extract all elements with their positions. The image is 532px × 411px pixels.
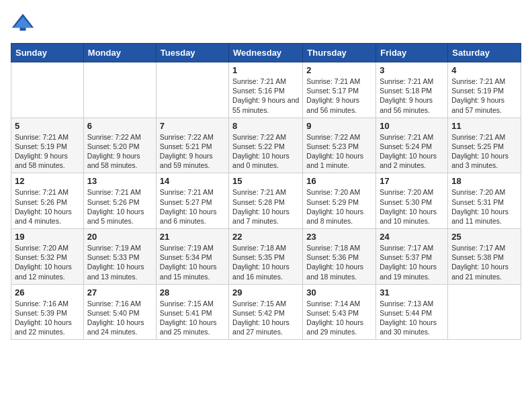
weekday-header: Saturday	[448, 44, 521, 62]
day-content: Sunrise: 7:20 AM Sunset: 5:30 PM Dayligh…	[380, 187, 444, 226]
day-number: 23	[306, 232, 372, 242]
day-number: 2	[306, 65, 372, 75]
calendar-cell: 17Sunrise: 7:20 AM Sunset: 5:30 PM Dayli…	[376, 173, 448, 229]
day-content: Sunrise: 7:22 AM Sunset: 5:21 PM Dayligh…	[160, 132, 225, 171]
day-number: 28	[160, 287, 225, 298]
calendar-cell: 1Sunrise: 7:21 AM Sunset: 5:16 PM Daylig…	[229, 62, 303, 118]
day-content: Sunrise: 7:13 AM Sunset: 5:44 PM Dayligh…	[380, 299, 444, 337]
day-number: 1	[232, 65, 299, 75]
day-number: 10	[380, 121, 444, 131]
day-number: 3	[380, 65, 444, 75]
day-content: Sunrise: 7:20 AM Sunset: 5:32 PM Dayligh…	[15, 243, 80, 281]
day-content: Sunrise: 7:17 AM Sunset: 5:38 PM Dayligh…	[451, 243, 517, 281]
day-content: Sunrise: 7:21 AM Sunset: 5:25 PM Dayligh…	[451, 132, 517, 171]
day-content: Sunrise: 7:15 AM Sunset: 5:41 PM Dayligh…	[160, 299, 225, 337]
day-content: Sunrise: 7:21 AM Sunset: 5:26 PM Dayligh…	[15, 187, 80, 226]
calendar-cell: 12Sunrise: 7:21 AM Sunset: 5:26 PM Dayli…	[11, 173, 84, 229]
day-number: 17	[380, 176, 444, 186]
day-content: Sunrise: 7:22 AM Sunset: 5:20 PM Dayligh…	[87, 132, 152, 171]
weekday-header: Friday	[376, 44, 448, 62]
day-content: Sunrise: 7:22 AM Sunset: 5:22 PM Dayligh…	[232, 132, 299, 171]
calendar-cell: 5Sunrise: 7:21 AM Sunset: 5:19 PM Daylig…	[11, 118, 84, 173]
day-content: Sunrise: 7:21 AM Sunset: 5:18 PM Dayligh…	[380, 77, 444, 115]
calendar-cell: 29Sunrise: 7:15 AM Sunset: 5:42 PM Dayli…	[229, 284, 303, 340]
day-number: 21	[160, 232, 225, 242]
calendar-cell: 4Sunrise: 7:21 AM Sunset: 5:19 PM Daylig…	[448, 62, 521, 118]
day-content: Sunrise: 7:21 AM Sunset: 5:17 PM Dayligh…	[306, 77, 372, 115]
calendar-cell: 28Sunrise: 7:15 AM Sunset: 5:41 PM Dayli…	[156, 284, 228, 340]
day-content: Sunrise: 7:14 AM Sunset: 5:43 PM Dayligh…	[306, 299, 372, 337]
weekday-header: Tuesday	[156, 44, 228, 62]
day-number: 25	[451, 232, 517, 242]
calendar-cell: 24Sunrise: 7:17 AM Sunset: 5:37 PM Dayli…	[376, 229, 448, 285]
day-number: 24	[380, 232, 444, 242]
logo-icon	[11, 11, 35, 35]
calendar-cell: 10Sunrise: 7:21 AM Sunset: 5:24 PM Dayli…	[376, 118, 448, 173]
svg-rect-2	[20, 28, 26, 31]
calendar-week-row: 26Sunrise: 7:16 AM Sunset: 5:39 PM Dayli…	[11, 284, 521, 340]
day-number: 20	[87, 232, 152, 242]
calendar-cell	[448, 284, 521, 340]
calendar-cell: 8Sunrise: 7:22 AM Sunset: 5:22 PM Daylig…	[229, 118, 303, 173]
calendar-cell: 31Sunrise: 7:13 AM Sunset: 5:44 PM Dayli…	[376, 284, 448, 340]
day-number: 27	[87, 287, 152, 298]
day-number: 9	[306, 121, 372, 131]
calendar-cell: 11Sunrise: 7:21 AM Sunset: 5:25 PM Dayli…	[448, 118, 521, 173]
day-content: Sunrise: 7:17 AM Sunset: 5:37 PM Dayligh…	[380, 243, 444, 281]
day-content: Sunrise: 7:21 AM Sunset: 5:26 PM Dayligh…	[87, 187, 152, 226]
day-number: 14	[160, 176, 225, 186]
day-number: 16	[306, 176, 372, 186]
calendar-week-row: 19Sunrise: 7:20 AM Sunset: 5:32 PM Dayli…	[11, 229, 521, 285]
logo	[11, 11, 38, 35]
weekday-header: Monday	[83, 44, 156, 62]
day-number: 5	[15, 121, 80, 131]
calendar-cell: 3Sunrise: 7:21 AM Sunset: 5:18 PM Daylig…	[376, 62, 448, 118]
calendar-cell: 22Sunrise: 7:18 AM Sunset: 5:35 PM Dayli…	[229, 229, 303, 285]
calendar-cell: 23Sunrise: 7:18 AM Sunset: 5:36 PM Dayli…	[303, 229, 376, 285]
calendar-week-row: 1Sunrise: 7:21 AM Sunset: 5:16 PM Daylig…	[11, 62, 521, 118]
day-content: Sunrise: 7:18 AM Sunset: 5:36 PM Dayligh…	[306, 243, 372, 281]
day-number: 18	[451, 176, 517, 186]
calendar-cell	[83, 62, 156, 118]
day-content: Sunrise: 7:15 AM Sunset: 5:42 PM Dayligh…	[232, 299, 299, 337]
day-number: 6	[87, 121, 152, 131]
calendar-cell: 14Sunrise: 7:21 AM Sunset: 5:27 PM Dayli…	[156, 173, 228, 229]
calendar-cell: 27Sunrise: 7:16 AM Sunset: 5:40 PM Dayli…	[83, 284, 156, 340]
day-content: Sunrise: 7:21 AM Sunset: 5:19 PM Dayligh…	[15, 132, 80, 171]
day-content: Sunrise: 7:16 AM Sunset: 5:40 PM Dayligh…	[87, 299, 152, 337]
day-number: 26	[15, 287, 80, 298]
header	[11, 11, 521, 35]
calendar-cell	[156, 62, 228, 118]
calendar-cell: 19Sunrise: 7:20 AM Sunset: 5:32 PM Dayli…	[11, 229, 84, 285]
page-container: SundayMondayTuesdayWednesdayThursdayFrid…	[0, 0, 532, 345]
day-content: Sunrise: 7:20 AM Sunset: 5:31 PM Dayligh…	[451, 187, 517, 226]
day-content: Sunrise: 7:19 AM Sunset: 5:33 PM Dayligh…	[87, 243, 152, 281]
calendar-cell: 20Sunrise: 7:19 AM Sunset: 5:33 PM Dayli…	[83, 229, 156, 285]
calendar-cell: 30Sunrise: 7:14 AM Sunset: 5:43 PM Dayli…	[303, 284, 376, 340]
calendar-cell: 9Sunrise: 7:22 AM Sunset: 5:23 PM Daylig…	[303, 118, 376, 173]
day-number: 8	[232, 121, 299, 131]
day-content: Sunrise: 7:20 AM Sunset: 5:29 PM Dayligh…	[306, 187, 372, 226]
calendar-cell: 16Sunrise: 7:20 AM Sunset: 5:29 PM Dayli…	[303, 173, 376, 229]
day-number: 4	[451, 65, 517, 75]
day-number: 30	[306, 287, 372, 298]
calendar-cell: 15Sunrise: 7:21 AM Sunset: 5:28 PM Dayli…	[229, 173, 303, 229]
day-number: 12	[15, 176, 80, 186]
calendar-week-row: 5Sunrise: 7:21 AM Sunset: 5:19 PM Daylig…	[11, 118, 521, 173]
calendar-cell: 7Sunrise: 7:22 AM Sunset: 5:21 PM Daylig…	[156, 118, 228, 173]
day-number: 15	[232, 176, 299, 186]
calendar-cell: 21Sunrise: 7:19 AM Sunset: 5:34 PM Dayli…	[156, 229, 228, 285]
calendar-cell	[11, 62, 84, 118]
weekday-header: Wednesday	[229, 44, 303, 62]
day-number: 31	[380, 287, 444, 298]
calendar-cell: 25Sunrise: 7:17 AM Sunset: 5:38 PM Dayli…	[448, 229, 521, 285]
weekday-header-row: SundayMondayTuesdayWednesdayThursdayFrid…	[11, 44, 521, 62]
day-content: Sunrise: 7:19 AM Sunset: 5:34 PM Dayligh…	[160, 243, 225, 281]
calendar-cell: 6Sunrise: 7:22 AM Sunset: 5:20 PM Daylig…	[83, 118, 156, 173]
day-number: 19	[15, 232, 80, 242]
day-number: 22	[232, 232, 299, 242]
calendar-cell: 18Sunrise: 7:20 AM Sunset: 5:31 PM Dayli…	[448, 173, 521, 229]
day-content: Sunrise: 7:18 AM Sunset: 5:35 PM Dayligh…	[232, 243, 299, 281]
day-content: Sunrise: 7:22 AM Sunset: 5:23 PM Dayligh…	[306, 132, 372, 171]
day-content: Sunrise: 7:16 AM Sunset: 5:39 PM Dayligh…	[15, 299, 80, 337]
